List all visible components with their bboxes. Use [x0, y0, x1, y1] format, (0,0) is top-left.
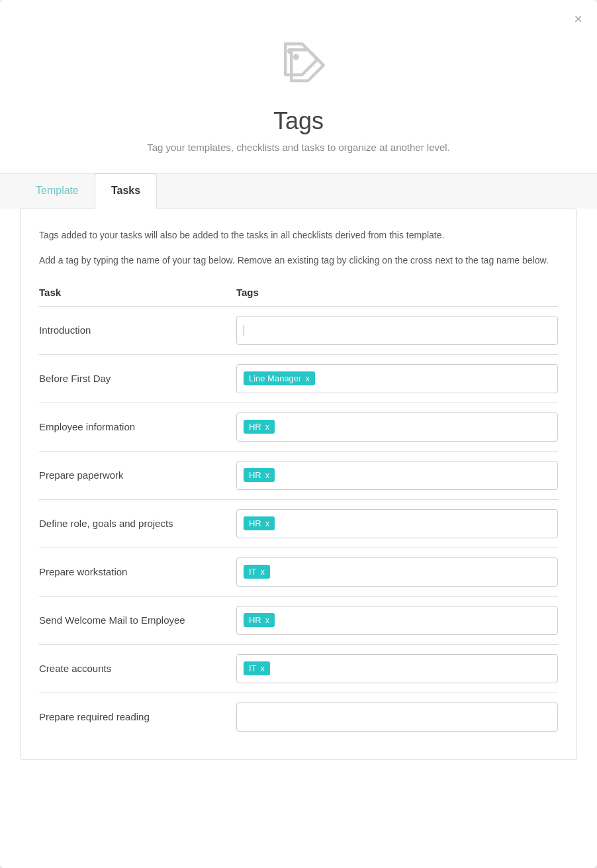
tab-template[interactable]: Template [20, 173, 95, 209]
tag-icon [26, 33, 571, 95]
tag-cell: IT x [236, 644, 558, 693]
modal-container: × Tags Tag your templates, checklists an… [0, 0, 597, 868]
tag-input[interactable] [279, 615, 551, 626]
modal-title: Tags [26, 107, 571, 135]
table-row: Before First DayLine Manager x [39, 354, 558, 403]
task-name-cell: Prepare workstation [39, 548, 236, 596]
col-task-header: Task [39, 281, 236, 307]
remove-tag-button[interactable]: x [265, 471, 270, 479]
table-row: Prepare workstationIT x [39, 548, 558, 596]
remove-tag-button[interactable]: x [265, 519, 270, 528]
task-table: Task Tags IntroductionBefore First DayLi… [39, 281, 558, 741]
tag-input-box[interactable]: HR x [236, 461, 558, 490]
task-name-cell: Before First Day [39, 354, 236, 403]
task-name-cell: Define role, goals and projects [39, 499, 236, 548]
tag-badge: HR x [244, 516, 275, 530]
tag-input[interactable] [279, 422, 551, 432]
task-name: Send Welcome Mail to Employee [39, 614, 185, 626]
info-text-2: Add a tag by typing the name of your tag… [39, 253, 558, 267]
remove-tag-button[interactable]: x [260, 664, 265, 673]
tag-cell: Line Manager x [236, 354, 558, 403]
task-name-cell: Introduction [39, 306, 236, 354]
remove-tag-button[interactable]: x [305, 374, 310, 383]
tabs-bar: Template Tasks [0, 173, 597, 209]
task-name-cell: Employee information [39, 403, 236, 451]
tag-badge: HR x [244, 468, 275, 482]
tag-input-box[interactable]: IT x [236, 557, 558, 587]
remove-tag-button[interactable]: x [260, 567, 265, 576]
tag-badge: Line Manager x [244, 371, 315, 385]
tag-input-box[interactable] [236, 316, 558, 345]
task-name: Prepare paperwork [39, 469, 124, 481]
remove-tag-button[interactable]: x [265, 616, 270, 624]
tag-input-box[interactable]: Line Manager x [236, 364, 558, 393]
tag-input-box[interactable]: HR x [236, 606, 558, 635]
task-name: Create accounts [39, 663, 111, 674]
tag-cell: HR x [236, 403, 558, 451]
tag-cell: HR x [236, 596, 558, 644]
svg-point-1 [293, 54, 299, 60]
tag-input[interactable] [274, 567, 551, 577]
remove-tag-button[interactable]: x [265, 422, 270, 431]
task-name-cell: Prepare paperwork [39, 451, 236, 499]
tag-cell: IT x [236, 548, 558, 596]
task-name: Prepare workstation [39, 566, 127, 577]
tag-badge: IT x [244, 661, 270, 675]
tag-input[interactable] [279, 518, 551, 529]
table-row: Prepare required reading [39, 693, 558, 741]
task-name: Prepare required reading [39, 711, 150, 722]
tag-cell [236, 693, 558, 741]
tag-cell: HR x [236, 499, 558, 548]
close-button[interactable]: × [574, 12, 582, 26]
tag-input-box[interactable]: HR x [236, 412, 558, 442]
tag-badge: HR x [244, 613, 275, 627]
tag-badge: IT x [244, 565, 270, 579]
table-row: Employee informationHR x [39, 403, 558, 451]
task-name-cell: Send Welcome Mail to Employee [39, 596, 236, 644]
table-row: Introduction [39, 306, 558, 354]
tag-input-box[interactable]: HR x [236, 509, 558, 538]
tab-tasks-content: Tags added to your tasks will also be ad… [20, 209, 577, 760]
modal-subtitle: Tag your templates, checklists and tasks… [26, 142, 571, 153]
tag-input[interactable] [274, 663, 551, 674]
tag-badge: HR x [244, 420, 275, 434]
task-name: Employee information [39, 421, 135, 432]
tag-input[interactable] [244, 712, 551, 722]
tag-cell [236, 306, 558, 354]
table-row: Define role, goals and projectsHR x [39, 499, 558, 548]
table-row: Send Welcome Mail to EmployeeHR x [39, 596, 558, 644]
tag-cell: HR x [236, 451, 558, 499]
task-name: Define role, goals and projects [39, 518, 173, 529]
modal-header: Tags Tag your templates, checklists and … [0, 0, 597, 173]
table-row: Create accountsIT x [39, 644, 558, 693]
tag-input[interactable] [319, 373, 551, 384]
tab-tasks[interactable]: Tasks [95, 173, 157, 209]
tag-input[interactable] [244, 325, 551, 336]
task-name-cell: Create accounts [39, 644, 236, 693]
task-name: Before First Day [39, 373, 111, 384]
task-name: Introduction [39, 324, 91, 336]
tag-input-box[interactable] [236, 702, 558, 732]
tag-input-box[interactable]: IT x [236, 654, 558, 683]
table-row: Prepare paperworkHR x [39, 451, 558, 499]
info-text-1: Tags added to your tasks will also be ad… [39, 228, 558, 242]
col-tags-header: Tags [236, 281, 558, 307]
tag-input[interactable] [279, 470, 551, 481]
task-name-cell: Prepare required reading [39, 693, 236, 741]
